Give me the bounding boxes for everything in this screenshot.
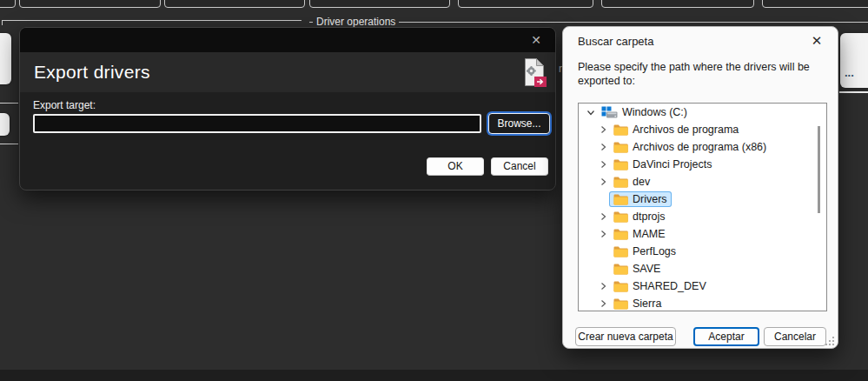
folder-icon — [613, 264, 628, 275]
ok-button[interactable]: OK — [427, 157, 484, 176]
background-panel-edge — [601, 0, 754, 8]
export-drivers-dialog: ✕ Export drivers — [19, 27, 556, 190]
tree-item[interactable]: dtprojs — [579, 208, 826, 225]
cancel-button[interactable]: Cancel — [491, 157, 548, 176]
chevron-down-icon[interactable] — [584, 105, 598, 119]
cancel-button[interactable]: Cancelar — [764, 327, 826, 346]
scrollbar-thumb[interactable] — [818, 126, 820, 213]
tree-item[interactable]: Sierra — [579, 295, 826, 311]
screen: Driver operations ... r ✕ Export drivers — [0, 0, 868, 381]
tree-item-label: SHARED_DEV — [633, 280, 706, 292]
expander-spacer — [596, 192, 610, 206]
driver-operations-group-label: Driver operations — [313, 16, 399, 28]
chevron-right-icon[interactable] — [596, 157, 610, 171]
groupbox-border — [0, 103, 18, 104]
tree-item[interactable]: PerfLogs — [579, 243, 826, 260]
export-dialog-header: Export drivers — [20, 52, 555, 92]
tree-item-label: dev — [633, 176, 650, 188]
tree-item-label: Archivos de programa — [633, 124, 739, 136]
folder-icon — [613, 229, 628, 240]
background-panel-edge — [309, 0, 450, 8]
groupbox-border — [839, 91, 868, 93]
export-dialog-titlebar: ✕ — [20, 28, 555, 52]
tree-item-label: Archivos de programa (x86) — [633, 141, 766, 153]
tree-item-label: DaVinci Projects — [633, 158, 712, 170]
tree-item-label: Sierra — [633, 297, 661, 310]
export-drivers-icon — [521, 57, 547, 92]
tree-item[interactable]: Drivers — [579, 190, 826, 208]
background-panel-edge — [762, 0, 868, 8]
instruction-text: Please specify the path where the driver… — [578, 60, 833, 89]
export-target-input[interactable] — [33, 114, 481, 133]
tree-item[interactable]: Archivos de programa — [579, 121, 826, 138]
background-button-label: ... — [845, 66, 854, 79]
folder-icon — [613, 124, 628, 136]
tree-item-label: PerfLogs — [633, 245, 676, 257]
folder-icon — [613, 298, 628, 310]
dialog-title: Buscar carpeta — [578, 35, 653, 48]
browse-button[interactable]: Browse... — [488, 113, 550, 134]
groupbox-border — [2, 20, 3, 25]
close-icon[interactable]: ✕ — [527, 31, 545, 49]
create-new-folder-button[interactable]: Crear nueva carpeta — [575, 327, 676, 346]
folder-icon — [613, 177, 628, 188]
chevron-right-icon[interactable] — [596, 279, 610, 293]
tree-item[interactable]: Windows (C:) — [579, 104, 826, 121]
accept-button[interactable]: Aceptar — [693, 327, 759, 346]
tree-item[interactable]: SHARED_DEV — [579, 277, 826, 295]
folder-tree[interactable]: Windows (C:)Archivos de programaArchivos… — [578, 103, 827, 311]
background-panel-edge — [19, 0, 161, 8]
folder-icon — [613, 194, 628, 205]
tree-item-label: Drivers — [633, 193, 667, 205]
background-bottom-strip — [0, 370, 868, 381]
tree-item-label: dtprojs — [633, 211, 666, 223]
drive-icon — [601, 106, 618, 118]
chevron-right-icon[interactable] — [596, 140, 610, 154]
tree-item[interactable]: MAME — [579, 225, 826, 243]
expander-spacer — [596, 262, 610, 276]
tree-item[interactable]: Archivos de programa (x86) — [579, 138, 826, 156]
folder-icon — [613, 159, 628, 170]
export-target-label: Export target: — [33, 99, 96, 111]
background-panel-edge — [458, 0, 593, 8]
expander-spacer — [596, 244, 610, 258]
chevron-right-icon[interactable] — [596, 297, 610, 311]
chevron-right-icon[interactable] — [596, 227, 610, 241]
background-panel-edge — [164, 0, 305, 8]
folder-icon — [613, 281, 628, 292]
dialog-title: Export drivers — [34, 52, 150, 92]
groupbox-border — [0, 144, 18, 144]
chevron-right-icon[interactable] — [596, 123, 610, 137]
chevron-right-icon[interactable] — [596, 210, 610, 224]
tree-item[interactable]: DaVinci Projects — [579, 156, 826, 173]
folder-icon — [613, 246, 628, 257]
background-button[interactable]: ... — [840, 33, 868, 88]
background-button[interactable] — [0, 33, 11, 84]
tree-item-label: Windows (C:) — [622, 106, 687, 118]
chevron-right-icon[interactable] — [596, 175, 610, 189]
background-button[interactable] — [0, 113, 10, 136]
close-icon[interactable]: ✕ — [807, 31, 826, 50]
background-panel-edge — [0, 0, 16, 8]
groupbox-border — [2, 20, 301, 21]
folder-icon — [613, 142, 628, 153]
folder-icon — [613, 211, 628, 223]
resize-grip-icon[interactable] — [825, 337, 834, 345]
tree-item-label: SAVE — [633, 263, 660, 275]
tree-item[interactable]: dev — [579, 173, 826, 190]
tree-item[interactable]: SAVE — [579, 260, 826, 277]
tree-item-label: MAME — [633, 228, 666, 240]
buscar-carpeta-dialog: Buscar carpeta ✕ Please specify the path… — [562, 26, 838, 349]
